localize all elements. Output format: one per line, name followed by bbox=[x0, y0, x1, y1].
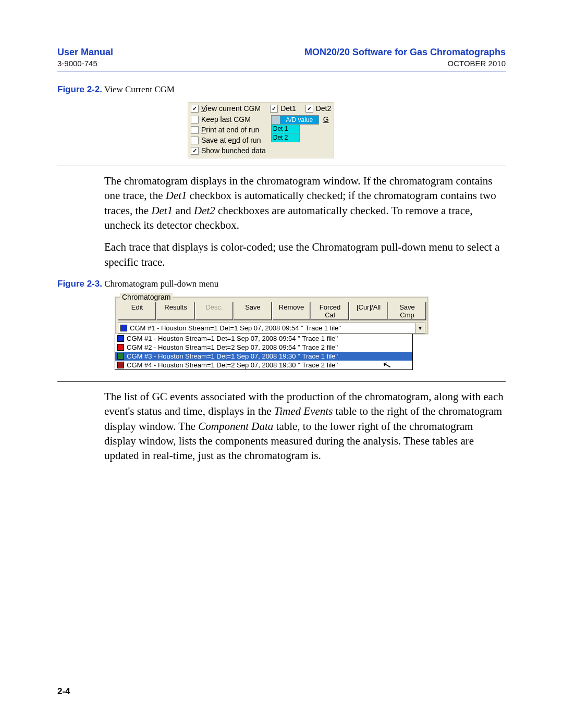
det2-checkbox[interactable]: Det2 bbox=[305, 104, 332, 113]
list-item-text: CGM #4 - Houston Stream=1 Det=2 Sep 07, … bbox=[127, 361, 338, 369]
print-end-checkbox[interactable]: Print at end of run bbox=[191, 126, 266, 134]
checkbox-icon bbox=[191, 126, 199, 134]
results-button[interactable]: Results bbox=[156, 302, 195, 320]
chromatogram-groupbox: Chromatogram Edit Results Desc. Save Rem… bbox=[115, 297, 428, 334]
ad-value-label: A/D value bbox=[280, 116, 319, 124]
figure-caption-text: Chromatogram pull-down menu bbox=[102, 279, 218, 289]
save-button[interactable]: Save bbox=[234, 302, 272, 320]
toolbar: Edit Results Desc. Save Remove Forced Ca… bbox=[118, 302, 425, 320]
view-current-cgm-checkbox[interactable]: VView current CGMiew current CGM bbox=[191, 104, 261, 113]
checkbox-icon bbox=[270, 105, 278, 113]
forced-cal-button[interactable]: Forced Cal bbox=[311, 302, 349, 320]
dropdown-arrow-icon[interactable]: ▼ bbox=[415, 323, 425, 333]
page-number: 2-4 bbox=[57, 686, 506, 697]
show-bunched-label: Show bunched data bbox=[201, 146, 266, 155]
checkbox-icon bbox=[191, 137, 199, 144]
swatch-icon bbox=[117, 353, 124, 360]
checkbox-icon bbox=[305, 105, 313, 113]
desc-button[interactable]: Desc. bbox=[195, 302, 234, 320]
g-column-label: G bbox=[319, 115, 329, 125]
chromatogram-combo[interactable]: CGM #1 - Houston Stream=1 Det=1 Sep 07, … bbox=[118, 323, 425, 334]
header-rule bbox=[57, 71, 506, 71]
header-right-title: MON20/20 Software for Gas Chromatographs bbox=[304, 47, 506, 58]
save-end-checkbox[interactable]: Save at end of run bbox=[191, 136, 266, 144]
list-item[interactable]: CGM #3 - Houston Stream=1 Det=1 Sep 07, … bbox=[115, 352, 412, 361]
figure-number: Figure 2-3. bbox=[57, 279, 102, 289]
chromatogram-dropdown-list: CGM #1 - Houston Stream=1 Det=1 Sep 07, … bbox=[115, 334, 413, 370]
grip-icon bbox=[272, 116, 280, 124]
checkbox-icon bbox=[191, 105, 199, 113]
header-left-sub: 3-9000-745 bbox=[57, 59, 113, 68]
list-item[interactable]: CGM #2 - Houston Stream=1 Det=2 Sep 07, … bbox=[115, 343, 412, 352]
swatch-icon bbox=[117, 362, 124, 368]
swatch-icon bbox=[117, 335, 124, 342]
list-item-text: CGM #1 - Houston Stream=1 Det=1 Sep 07, … bbox=[127, 335, 338, 342]
det2-cell: Det 2 bbox=[271, 133, 300, 142]
page-header: User Manual 3-9000-745 MON20/20 Software… bbox=[57, 47, 506, 68]
cur-all-button[interactable]: [Cur]/All bbox=[349, 302, 388, 320]
separator-rule bbox=[57, 166, 506, 166]
swatch-icon bbox=[120, 325, 127, 331]
show-bunched-checkbox[interactable]: Show bunched data bbox=[191, 146, 266, 155]
figure-caption-text: View Current CGM bbox=[102, 84, 175, 94]
figure-2-3-caption: Figure 2-3. Chromatogram pull-down menu bbox=[57, 279, 506, 289]
groupbox-label: Chromatogram bbox=[120, 293, 173, 301]
paragraph-1: The chromatogram displays in the chromat… bbox=[104, 174, 506, 232]
det2-label: Det2 bbox=[316, 104, 332, 113]
keep-last-cgm-checkbox[interactable]: Keep last CGM bbox=[191, 115, 266, 124]
ad-value-header: A/D value bbox=[271, 115, 319, 125]
paragraph-2: Each trace that displays is color-coded;… bbox=[104, 240, 506, 269]
save-cmp-button[interactable]: Save Cmp bbox=[388, 302, 426, 320]
det1-cell: Det 1 bbox=[271, 125, 300, 133]
separator-rule bbox=[57, 381, 506, 382]
list-item[interactable]: CGM #4 - Houston Stream=1 Det=2 Sep 07, … bbox=[115, 361, 412, 369]
list-item[interactable]: CGM #1 - Houston Stream=1 Det=1 Sep 07, … bbox=[115, 334, 412, 343]
det1-label: Det1 bbox=[280, 104, 296, 113]
remove-button[interactable]: Remove bbox=[272, 302, 311, 320]
keep-last-label: Keep last CGM bbox=[201, 115, 251, 124]
swatch-icon bbox=[117, 344, 124, 351]
view-cgm-panel: VView current CGMiew current CGM Det1 De… bbox=[188, 102, 334, 158]
paragraph-3: The list of GC events associated with th… bbox=[104, 389, 506, 463]
figure-2-2-caption: Figure 2-2. View Current CGM bbox=[57, 84, 506, 95]
list-item-text: CGM #2 - Houston Stream=1 Det=2 Sep 07, … bbox=[127, 343, 338, 351]
list-item-text: CGM #3 - Houston Stream=1 Det=1 Sep 07, … bbox=[127, 352, 338, 360]
checkbox-icon bbox=[191, 116, 199, 124]
det1-checkbox[interactable]: Det1 bbox=[270, 104, 296, 113]
combo-selected-text: CGM #1 - Houston Stream=1 Det=1 Sep 07, … bbox=[130, 324, 341, 332]
header-left-title: User Manual bbox=[57, 47, 113, 58]
edit-button[interactable]: Edit bbox=[118, 302, 156, 320]
header-right-sub: OCTOBER 2010 bbox=[304, 59, 506, 68]
checkbox-icon bbox=[191, 147, 199, 155]
figure-number: Figure 2-2. bbox=[57, 84, 102, 94]
